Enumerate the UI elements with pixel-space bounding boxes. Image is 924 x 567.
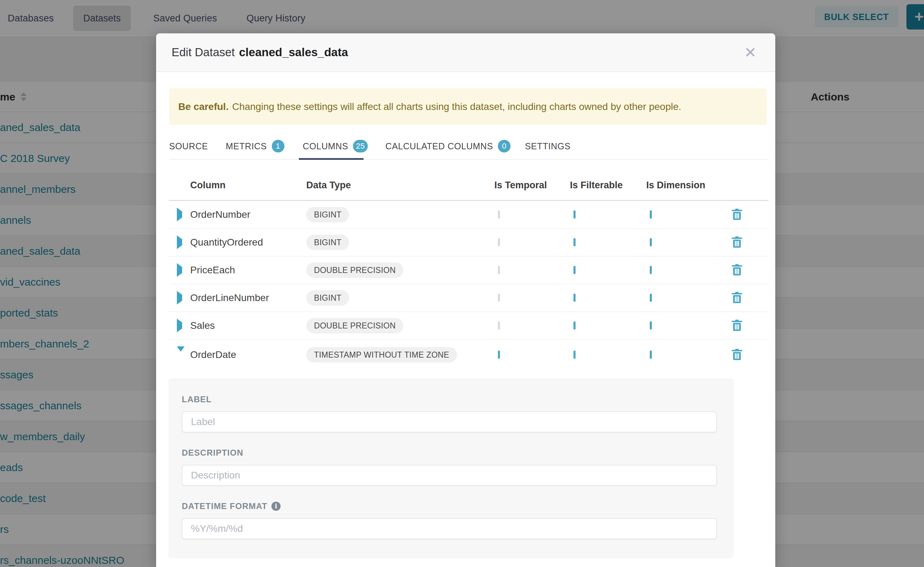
columns-count-badge: 25: [353, 140, 368, 153]
checkbox-is-dimension[interactable]: [650, 351, 652, 358]
warning-bold-text: Be careful.: [178, 101, 229, 112]
active-tab-underline: [299, 158, 364, 160]
checkbox-is-filterable[interactable]: [573, 294, 576, 302]
expand-caret-icon[interactable]: [177, 319, 182, 332]
modal-title: Edit Dataset cleaned_sales_data: [172, 33, 348, 71]
data-type-pill: TIMESTAMP WITHOUT TIME ZONE: [306, 347, 457, 363]
tab-calculated-columns[interactable]: CALCULATED COLUMNS0: [385, 135, 510, 158]
header-column: Column: [190, 180, 306, 191]
checkbox-is-temporal[interactable]: [498, 294, 500, 302]
label-field-label: LABEL: [182, 394, 717, 404]
checkbox-is-filterable[interactable]: [573, 321, 576, 330]
checkbox-is-dimension[interactable]: [650, 210, 652, 219]
trash-icon[interactable]: [732, 320, 742, 332]
trash-icon[interactable]: [732, 264, 742, 276]
column-row: OrderLineNumber BIGINT: [169, 284, 769, 312]
checkbox-is-filterable[interactable]: [573, 351, 576, 358]
modal-title-prefix: Edit Dataset: [172, 46, 235, 59]
expand-caret-icon[interactable]: [177, 208, 182, 221]
data-type-pill: BIGINT: [306, 207, 349, 222]
modal-header: Edit Dataset cleaned_sales_data ✕: [156, 33, 775, 72]
checkbox-is-temporal[interactable]: [498, 351, 500, 358]
checkbox-is-dimension[interactable]: [650, 266, 652, 274]
column-name: OrderNumber: [190, 209, 306, 220]
page: Databases Datasets Saved Queries Query H…: [0, 0, 924, 567]
tab-metrics[interactable]: METRICS1: [226, 135, 284, 158]
column-name: OrderDate: [190, 349, 306, 360]
edit-dataset-modal: Edit Dataset cleaned_sales_data ✕ Be car…: [156, 33, 775, 567]
header-is-filterable: Is Filterable: [570, 180, 646, 191]
checkbox-is-temporal[interactable]: [498, 321, 500, 330]
column-name: PriceEach: [190, 264, 306, 276]
checkbox-is-dimension[interactable]: [650, 321, 652, 330]
trash-icon[interactable]: [732, 349, 742, 361]
columns-rows: OrderNumber BIGINT QuantityOrdered BIGIN…: [169, 201, 769, 370]
column-row: QuantityOrdered BIGINT: [169, 229, 769, 256]
tab-columns[interactable]: COLUMNS25: [303, 135, 368, 158]
tab-settings[interactable]: SETTINGS: [525, 135, 570, 158]
checkbox-is-temporal[interactable]: [498, 210, 500, 219]
columns-table-header: Column Data Type Is Temporal Is Filterab…: [169, 176, 769, 195]
checkbox-is-temporal[interactable]: [498, 266, 500, 274]
expand-caret-icon[interactable]: [177, 346, 185, 358]
info-icon[interactable]: i: [271, 502, 281, 511]
checkbox-is-dimension[interactable]: [650, 294, 652, 302]
header-is-temporal: Is Temporal: [494, 180, 570, 191]
column-row: OrderDate TIMESTAMP WITHOUT TIME ZONE: [169, 340, 769, 370]
description-field-label: DESCRIPTION: [182, 448, 717, 458]
header-is-dimension: Is Dimension: [646, 180, 722, 191]
modal-title-dataset-name: cleaned_sales_data: [239, 46, 348, 59]
expand-caret-icon[interactable]: [177, 236, 182, 249]
close-icon[interactable]: ✕: [738, 33, 763, 71]
datetime-format-field-label: DATETIME FORMAT i: [182, 501, 717, 511]
calculated-columns-count-badge: 0: [498, 140, 510, 153]
column-name: QuantityOrdered: [190, 237, 306, 248]
checkbox-is-dimension[interactable]: [650, 238, 652, 246]
expand-caret-icon[interactable]: [177, 291, 182, 304]
data-type-pill: BIGINT: [306, 235, 349, 250]
modal-tabs: SOURCE METRICS1 COLUMNS25 CALCULATED COL…: [169, 135, 769, 160]
tab-source[interactable]: SOURCE: [169, 135, 208, 158]
column-row: Sales DOUBLE PRECISION: [169, 312, 769, 340]
label-input[interactable]: [182, 411, 717, 432]
checkbox-is-filterable[interactable]: [573, 238, 576, 246]
data-type-pill: DOUBLE PRECISION: [306, 318, 403, 333]
column-detail-panel: LABEL DESCRIPTION DATETIME FORMAT i: [169, 379, 733, 558]
trash-icon[interactable]: [732, 208, 742, 220]
column-row: PriceEach DOUBLE PRECISION: [169, 256, 769, 284]
datetime-format-input[interactable]: [182, 518, 717, 539]
header-data-type: Data Type: [306, 180, 494, 191]
trash-icon[interactable]: [732, 292, 742, 304]
description-input[interactable]: [182, 465, 717, 486]
column-name: Sales: [190, 320, 306, 331]
column-name: OrderLineNumber: [190, 292, 306, 303]
data-type-pill: BIGINT: [306, 290, 349, 306]
data-type-pill: DOUBLE PRECISION: [306, 262, 403, 278]
warning-banner: Be careful. Changing these settings will…: [169, 88, 767, 125]
column-row: OrderNumber BIGINT: [169, 201, 769, 229]
checkbox-is-filterable[interactable]: [573, 210, 576, 219]
checkbox-is-temporal[interactable]: [498, 238, 500, 246]
columns-table: Column Data Type Is Temporal Is Filterab…: [169, 176, 769, 370]
metrics-count-badge: 1: [272, 140, 284, 153]
checkbox-is-filterable[interactable]: [573, 266, 576, 274]
warning-text: Changing these settings will affect all …: [232, 101, 681, 112]
expand-caret-icon[interactable]: [177, 263, 182, 277]
trash-icon[interactable]: [732, 236, 742, 248]
